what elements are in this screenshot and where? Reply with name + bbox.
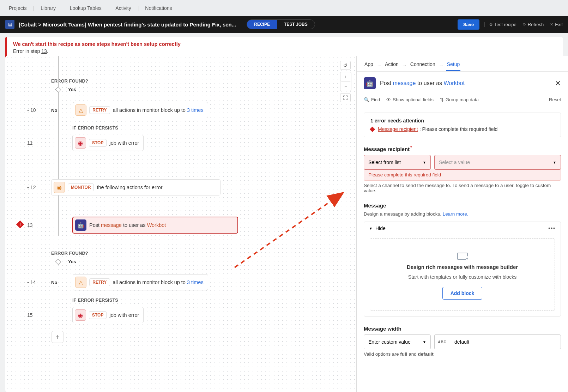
if-error-persists-label: IF ERROR PERSISTS (72, 125, 346, 131)
step-retry-10[interactable]: △ RETRY all actions in monitor block up … (73, 102, 208, 118)
tab-recipe[interactable]: RECIPE (247, 20, 277, 29)
header-bar: ▤ [Cobalt > Microsoft Teams] When pentes… (0, 16, 568, 33)
stop-tag: STOP (89, 139, 107, 147)
step-stop-15[interactable]: ◉ STOP job with error (72, 307, 144, 323)
chevron-down-icon: ▼ (553, 161, 556, 164)
recipient-value-dropdown[interactable]: Select a value▼ (434, 155, 561, 170)
chevron-right-icon: → (377, 63, 381, 68)
retry-tag: RETRY (89, 278, 110, 286)
error-diamond-icon (370, 126, 375, 132)
banner-subtitle: Error in step 13. (13, 48, 556, 54)
width-help: Valid options are full and default (364, 351, 561, 357)
reset-button[interactable]: Reset (549, 97, 561, 102)
nav-library[interactable]: Library (37, 5, 59, 11)
nav-notifications[interactable]: Notifications (141, 5, 175, 11)
tab-action[interactable]: Action (384, 59, 399, 71)
builder-subtitle: Start with templates or fully customize … (408, 274, 516, 280)
search-icon: 🔍 (364, 97, 369, 102)
builder-title: Design rich messages with message builde… (407, 264, 518, 270)
error-icon (16, 221, 24, 229)
add-block-button[interactable]: Add block (442, 287, 483, 300)
gear-icon: ✿ (489, 22, 493, 27)
exit-button[interactable]: ✕Exit (550, 22, 563, 27)
error-banner: We can't start this recipe as some steps… (5, 37, 563, 58)
error-found-label-2: ERROR FOUND? (51, 251, 346, 256)
show-optional-button[interactable]: 👁Show optional fields (386, 97, 434, 102)
message-help: Design a message by adding blocks. Learn… (364, 211, 561, 217)
step-stop-11[interactable]: ◉ STOP job with error (72, 135, 144, 151)
step-post-13[interactable]: 🤖 Post message to user as Workbot (72, 217, 238, 234)
workbot-icon: 🤖 (75, 219, 86, 231)
stop-icon: ◉ (75, 137, 86, 149)
text-type-icon: ABC (434, 334, 450, 349)
if-error-persists-label-2: IF ERROR PERSISTS (72, 297, 346, 303)
recipient-help: Select a channel to send the message to.… (364, 183, 561, 193)
banner-title: We can't start this recipe as some steps… (13, 41, 556, 47)
flow-canvas[interactable]: ↺ + − ⛶ ERROR FOUND? Yes (5, 56, 356, 392)
panel-title: Post message to user as Workbot (380, 80, 555, 86)
add-step-button[interactable]: + (52, 331, 64, 343)
eye-icon: 👁 (386, 97, 391, 102)
close-icon: ✕ (550, 22, 553, 27)
banner-step-link[interactable]: 13 (41, 48, 47, 54)
stop-icon: ◉ (75, 309, 86, 321)
nav-activity[interactable]: Activity (112, 5, 134, 11)
test-recipe-button[interactable]: ✿Test recipe (489, 22, 516, 27)
alert-heading: 1 error needs attention (370, 118, 554, 123)
branch-diamond-2 (55, 259, 61, 265)
tab-setup[interactable]: Setup (446, 59, 461, 71)
stop-tag: STOP (89, 311, 107, 319)
message-label: Message (364, 203, 561, 209)
width-label: Message width (364, 326, 561, 332)
warning-icon: △ (75, 277, 86, 288)
hide-toggle[interactable]: Hide (375, 225, 386, 231)
nav-lookup[interactable]: Lookup Tables (66, 5, 105, 11)
error-alert: 1 error needs attention Message recipien… (364, 113, 561, 137)
recipient-label: Message recipient (364, 145, 561, 152)
tab-test-jobs[interactable]: TEST JOBS (277, 20, 315, 29)
monitor-tag: MONITOR (68, 183, 94, 191)
tab-app[interactable]: App (364, 59, 374, 71)
top-nav: Projects| Library| Lookup Tables| Activi… (0, 0, 568, 16)
width-input[interactable] (450, 334, 561, 349)
refresh-icon: ⟳ (523, 22, 526, 27)
close-panel-button[interactable]: ✕ (555, 79, 561, 88)
setup-panel: App → Action → Connection → Setup 🤖 Post… (356, 56, 568, 392)
recipient-error: Please complete this required field (364, 169, 561, 181)
retry-tag: RETRY (89, 106, 110, 114)
branch-diamond (55, 87, 61, 93)
chevron-right-icon: → (402, 63, 407, 68)
chevron-down-icon: ▼ (369, 227, 373, 230)
alert-link[interactable]: Message recipient (378, 126, 418, 132)
more-icon[interactable]: ••• (548, 225, 556, 231)
workbot-icon: 🤖 (364, 77, 376, 89)
tab-connection[interactable]: Connection (410, 59, 436, 71)
recipe-icon: ▤ (5, 20, 14, 29)
message-builder: ▼ Hide ••• Design rich messages with mes… (364, 222, 561, 316)
chevron-right-icon: → (439, 63, 443, 68)
map-icon: ⇅ (440, 97, 444, 102)
group-map-button[interactable]: ⇅Group map data (440, 97, 479, 102)
learn-more-link[interactable]: Learn more. (443, 211, 469, 217)
builder-placeholder-icon (457, 253, 468, 260)
step-monitor-12[interactable]: ◉ MONITOR the following actions for erro… (51, 179, 220, 195)
recipe-title: [Cobalt > Microsoft Teams] When pentest … (19, 22, 236, 28)
eye-icon: ◉ (54, 182, 65, 193)
nav-projects[interactable]: Projects (5, 5, 30, 11)
mode-toggle[interactable]: RECIPE TEST JOBS (247, 19, 315, 29)
refresh-button[interactable]: ⟳Refresh (523, 22, 544, 27)
warning-icon: △ (75, 104, 86, 116)
width-mode-dropdown[interactable]: Enter custom value▼ (364, 334, 431, 349)
chevron-down-icon: ▼ (423, 161, 426, 164)
save-button[interactable]: Save (458, 19, 479, 30)
recipient-mode-dropdown[interactable]: Select from list▼ (364, 155, 431, 170)
error-found-label: ERROR FOUND? (51, 78, 346, 84)
step-retry-14[interactable]: △ RETRY all actions in monitor block up … (73, 274, 208, 290)
find-button[interactable]: 🔍Find (364, 97, 380, 102)
chevron-down-icon: ▼ (423, 340, 426, 344)
